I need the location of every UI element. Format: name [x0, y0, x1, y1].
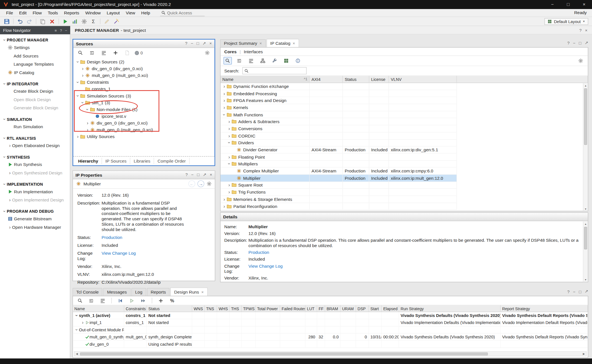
minimize-icon[interactable]: −	[573, 289, 576, 294]
ip-catalog-row-floating-point[interactable]: ›Floating Point	[220, 154, 457, 161]
ip-catalog-row-square-root[interactable]: ›Square Root	[220, 182, 457, 189]
settings-gear-icon[interactable]	[80, 17, 89, 25]
expand-all-icon[interactable]	[99, 297, 107, 304]
maximize-icon[interactable]: □	[579, 41, 581, 45]
help-icon[interactable]: ?	[567, 41, 569, 45]
tab-libraries[interactable]: Libraries	[130, 158, 154, 164]
settings-gear-icon[interactable]	[203, 49, 211, 57]
property-value[interactable]: Production	[248, 250, 269, 255]
menu-layout[interactable]: Layout	[104, 11, 123, 15]
hierarchy-view-icon[interactable]	[259, 57, 267, 65]
source-tree-item-mult-gen-0[interactable]: ›mult_gen_0(mult_gen_0.xci)	[73, 72, 215, 79]
scroll-left-icon[interactable]: ◀	[74, 352, 79, 355]
column-header-status[interactable]: Status	[147, 305, 192, 312]
catalog-vertical-scrollbar[interactable]: ▲ ▼	[583, 83, 588, 211]
sidebar-item-ip-catalog[interactable]: IP Catalog	[0, 68, 70, 76]
help-icon[interactable]: ?	[579, 28, 582, 32]
expander-chevron[interactable]: ›	[85, 107, 90, 112]
expander-chevron[interactable]: ›	[227, 119, 231, 124]
source-tree-item-non-module-files[interactable]: ›Non-module Files(1)	[73, 106, 215, 113]
source-tree-item-sim-1[interactable]: ›sim_1(3)	[73, 99, 215, 106]
grid-view-icon[interactable]	[282, 57, 290, 65]
redo-icon[interactable]	[25, 17, 34, 25]
close-icon[interactable]: ×	[210, 172, 212, 177]
tab-reports[interactable]: Reports	[147, 288, 170, 296]
search-icon[interactable]	[76, 297, 84, 304]
design-run-row-div-gen-0[interactable]: div_gen_0Using cached IP results	[73, 341, 588, 348]
expander-chevron[interactable]: ›	[2, 81, 7, 86]
source-tree-item-constrs-1[interactable]: constrs_1	[73, 86, 215, 92]
run-icon[interactable]	[61, 17, 70, 25]
expander-chevron[interactable]: ›	[2, 117, 7, 121]
wand-icon[interactable]	[112, 17, 121, 25]
tab-compile-order[interactable]: Compile Order	[154, 158, 190, 164]
sidebar-item-open-elaborated-design[interactable]: ›Open Elaborated Design	[0, 141, 70, 150]
expander-chevron[interactable]: ›	[80, 73, 85, 78]
design-run-row-impl-1[interactable]: ›impl_1constrs_1Not startedVivado Implem…	[73, 319, 588, 326]
expander-chevron[interactable]: ›	[2, 155, 7, 159]
expander-chevron[interactable]: ›	[222, 197, 227, 201]
expand-all-icon[interactable]	[100, 49, 108, 57]
column-header-lut[interactable]: LUT	[305, 305, 317, 312]
flow-section-ip-integrator[interactable]: ›IP INTEGRATOR	[0, 80, 70, 87]
expander-chevron[interactable]: ›	[227, 183, 231, 187]
add-sources-icon[interactable]	[111, 49, 120, 57]
column-header-tns[interactable]: TNS	[205, 305, 217, 312]
ip-properties-header[interactable]: IP Properties ?−□↗×	[73, 171, 215, 179]
column-header-dsp[interactable]: DSP	[356, 305, 369, 312]
sidebar-item-generate-block-design[interactable]: Generate Block Design	[0, 104, 70, 112]
scroll-down-icon[interactable]: ▼	[583, 277, 588, 282]
help-icon[interactable]: ?	[567, 289, 569, 294]
sources-panel-header[interactable]: Sources ?−□↗×	[73, 40, 215, 48]
expander-chevron[interactable]: ›	[8, 170, 12, 175]
edit-pencil-icon[interactable]	[102, 17, 111, 25]
quick-access-search[interactable]	[160, 10, 204, 16]
sidebar-item-open-implemented-design[interactable]: ›Open Implemented Design	[0, 196, 70, 204]
expander-chevron[interactable]: ›	[2, 209, 7, 214]
scrollbar-thumb[interactable]	[584, 88, 587, 145]
column-header-bram[interactable]: BRAM	[325, 305, 341, 312]
source-tree-item-design-sources[interactable]: ›Design Sources(2)	[73, 59, 215, 65]
ip-catalog-row-dynamic-function-exchange[interactable]: ›Dynamic Function eXchange	[220, 83, 457, 90]
source-tree-item-constraints[interactable]: ›Constraints	[73, 79, 215, 86]
expander-chevron[interactable]: ›	[8, 143, 12, 148]
fast-forward-icon[interactable]	[139, 297, 147, 304]
flow-section-project-manager[interactable]: ›PROJECT MANAGER	[0, 37, 70, 43]
details-vertical-scrollbar[interactable]: ▲ ▼	[583, 221, 588, 282]
column-header-name[interactable]: Name	[73, 305, 124, 312]
column-header-run-strategy[interactable]: Run Strategy	[399, 305, 501, 312]
design-run-row-out-of-context-module-runs[interactable]: ›Out-of-Context Module Runs	[73, 326, 588, 333]
column-header-total-power[interactable]: Total Power	[256, 305, 280, 312]
menu-window[interactable]: Window	[82, 11, 104, 15]
expander-chevron[interactable]: ›	[2, 136, 7, 140]
expander-chevron[interactable]: ›	[222, 91, 227, 96]
expander-chevron[interactable]: ›	[2, 38, 7, 42]
sidebar-item-open-hardware-manager[interactable]: ›Open Hardware Manager	[0, 223, 70, 231]
collapse-all-icon[interactable]	[88, 49, 96, 57]
column-header-failed-routes[interactable]: Failed Routes	[280, 305, 306, 312]
menu-edit[interactable]: Edit	[16, 11, 30, 15]
help-icon[interactable]: ?	[185, 41, 187, 46]
customize-wrench-icon[interactable]	[270, 57, 279, 65]
expander-chevron[interactable]: ›	[74, 313, 79, 318]
expander-chevron[interactable]: ›	[227, 155, 231, 159]
sidebar-item-run-synthesis[interactable]: Run Synthesis	[0, 160, 70, 168]
sidebar-item-open-synthesized-design[interactable]: ›Open Synthesized Design	[0, 169, 70, 177]
design-run-row-mult-gen-0-synth-1[interactable]: mult_gen_0_synth_1mult_gen_0synth_design…	[73, 334, 588, 341]
source-tree-item-ipcore-test-v[interactable]: ipcore_test.v	[73, 113, 215, 119]
ip-catalog-row-embedded-processing[interactable]: ›Embedded Processing	[220, 90, 457, 97]
ip-search-input[interactable]	[250, 68, 304, 73]
column-header-name[interactable]: Name^1	[220, 76, 310, 83]
dock-icon[interactable]: ≡	[55, 28, 57, 32]
property-value[interactable]: Production	[101, 235, 122, 240]
ip-catalog-row-conversions[interactable]: ›Conversions	[220, 125, 457, 132]
undo-icon[interactable]	[16, 17, 25, 25]
sum-icon[interactable]	[89, 17, 98, 25]
column-header-license[interactable]: License	[369, 76, 389, 83]
float-icon[interactable]: ↗	[202, 41, 206, 46]
source-tree-item-utility-sources[interactable]: ›Utility Sources	[73, 133, 215, 140]
run-icon[interactable]	[128, 297, 136, 304]
expander-chevron[interactable]: ›	[222, 112, 227, 117]
menu-tools[interactable]: Tools	[45, 11, 61, 15]
create-run-icon[interactable]	[157, 297, 165, 304]
